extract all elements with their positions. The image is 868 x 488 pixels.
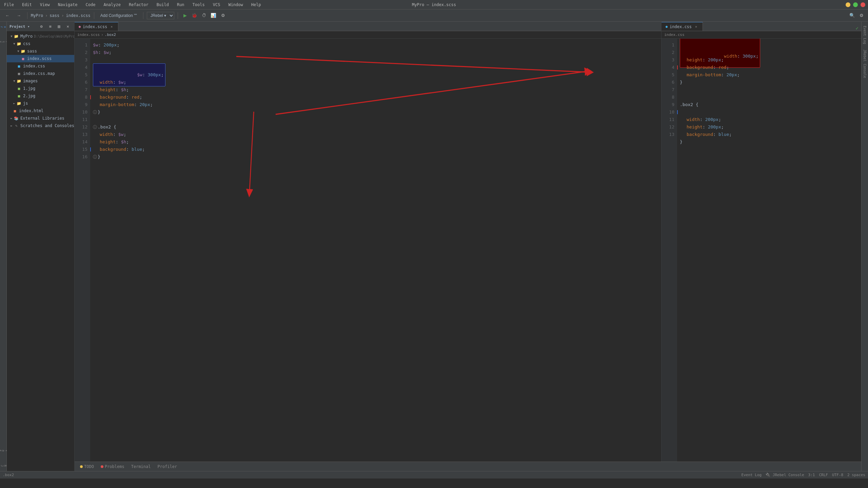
event-log-status[interactable]: Event Log xyxy=(742,473,762,477)
menu-help[interactable]: Help xyxy=(250,2,262,8)
right-tool-strip: Event Log JRebel Console xyxy=(861,22,868,471)
tree-item-indexcss[interactable]: ■ index.css xyxy=(7,62,74,70)
project-path: D:\Develop\Web\MyPro xyxy=(34,35,74,38)
tree-item-indexscss[interactable]: ■ index.scss xyxy=(7,55,74,62)
menu-file[interactable]: File xyxy=(3,2,15,8)
menu-refactor[interactable]: Refactor xyxy=(127,2,150,8)
back-button[interactable]: ← xyxy=(3,12,12,20)
css-code-lines[interactable]: .box1 { width: 300px; height: xyxy=(677,39,861,462)
menu-code[interactable]: Code xyxy=(84,2,97,8)
menu-build[interactable]: Build xyxy=(155,2,170,8)
problems-tab[interactable]: Problems xyxy=(98,463,127,470)
profile-button[interactable]: 📊 xyxy=(210,12,217,19)
minimize-button[interactable] xyxy=(846,2,850,7)
menu-vcs[interactable]: VCS xyxy=(212,2,222,8)
tree-label-scratches: Scratches and Consoles xyxy=(20,123,74,128)
menu-analyze[interactable]: Analyze xyxy=(102,2,122,8)
jrebel-select[interactable]: JRebel ▾ xyxy=(147,12,174,19)
menu-edit[interactable]: Edit xyxy=(21,2,33,8)
map-file-icon: ■ xyxy=(16,71,22,76)
code-line-10: ⓘ } xyxy=(93,108,661,116)
tree-item-indexhtml[interactable]: ■ index.html xyxy=(7,107,74,115)
line-ending[interactable]: CRLF xyxy=(819,473,828,477)
panel-gear-icon[interactable]: ⚙ xyxy=(38,23,45,30)
add-config-button[interactable]: Add Configuration "" xyxy=(98,12,140,20)
tree-item-extlib[interactable]: ► 📚 External Libraries xyxy=(7,115,74,122)
scss-code-lines[interactable]: $w: 200px; $h: $w; ⓘ .box1 { xyxy=(90,39,661,462)
problems-dot xyxy=(101,465,103,468)
css-line-12: height: 200px; xyxy=(680,123,861,131)
tree-item-css[interactable]: ▼ 📁 css xyxy=(7,40,74,47)
tree-item-indexmap[interactable]: ■ index.css.map xyxy=(7,70,74,77)
menu-bar[interactable]: File Edit View Navigate Code Analyze Ref… xyxy=(3,2,262,8)
structure-tab[interactable]: Str xyxy=(0,39,7,45)
coverage-button[interactable]: ⏱ xyxy=(200,12,208,19)
scss-tab[interactable]: ● index.scss ✕ xyxy=(75,22,118,31)
scss-file-icon: ■ xyxy=(20,56,26,61)
menu-navigate[interactable]: Navigate xyxy=(57,2,79,8)
profiler-tab[interactable]: Profiler xyxy=(155,463,180,470)
tree-label-extlib: External Libraries xyxy=(20,116,64,121)
panel-hide-icon[interactable]: ✕ xyxy=(64,23,72,30)
todo-tab[interactable]: TODO xyxy=(77,463,97,470)
css-line-10 xyxy=(680,108,861,116)
jrebel-console-item[interactable]: JRebel Console xyxy=(863,47,867,81)
window-title: MyPro – index.scss xyxy=(412,2,456,7)
event-log-item[interactable]: Event Log xyxy=(863,23,867,47)
indent[interactable]: 2 spaces xyxy=(847,473,865,477)
css-tab[interactable]: ● index.css ✕ xyxy=(662,22,703,31)
code-line-13: width: $w; xyxy=(93,131,661,138)
project-tab[interactable]: Proj xyxy=(0,24,7,30)
panel-settings-icon[interactable]: ▤ xyxy=(55,23,63,30)
encoding[interactable]: UTF-8 xyxy=(832,473,843,477)
code-line-15: background: blue; xyxy=(93,146,661,153)
run-button[interactable]: ▶ xyxy=(181,12,189,19)
css-line-14: } xyxy=(680,138,861,146)
favorites-tab[interactable]: Fav xyxy=(0,447,7,454)
panel-layout-icon[interactable]: ≡ xyxy=(46,23,54,30)
close-button[interactable] xyxy=(861,2,865,7)
code-line-2: $h: $w; xyxy=(93,49,661,56)
forward-button[interactable]: → xyxy=(14,12,24,20)
tree-item-js[interactable]: ► 📁 js xyxy=(7,100,74,107)
tree-item-scratches[interactable]: ► ✎ Scratches and Consoles xyxy=(7,122,74,129)
code-line-1: $w: 200px; xyxy=(93,41,661,49)
settings-button[interactable]: ⚙ xyxy=(219,12,227,19)
tree-item-1jpg[interactable]: ■ 1.jpg xyxy=(7,85,74,92)
jrebel-console-status[interactable]: 🔌 JRebel Console xyxy=(766,473,804,477)
search-button[interactable]: 🔍 xyxy=(848,12,856,19)
css-line-11: width: 200px; xyxy=(680,116,861,123)
menu-window[interactable]: Window xyxy=(227,2,244,8)
jrebel-tab[interactable]: JR xyxy=(0,462,7,469)
title-bar-left: File Edit View Navigate Code Analyze Ref… xyxy=(3,2,262,8)
html-file-icon: ■ xyxy=(12,108,18,114)
tree-label-indexmap: index.css.map xyxy=(23,71,55,76)
problems-label: Problems xyxy=(105,464,124,469)
css-tab-close[interactable]: ✕ xyxy=(694,24,698,29)
tree-item-2jpg[interactable]: ■ 2.jpg xyxy=(7,92,74,100)
code-line-8: background: red; xyxy=(93,94,661,101)
tree-label-2jpg: 2.jpg xyxy=(23,94,35,98)
tree-item-myproject[interactable]: ▼ 📁 MyPro D:\Develop\Web\MyPro xyxy=(7,33,74,40)
tree-item-images[interactable]: ▼ 📁 images xyxy=(7,77,74,85)
debug-button[interactable]: 🐞 xyxy=(191,12,198,19)
gear-icon[interactable]: ⚙ xyxy=(858,12,865,19)
terminal-tab[interactable]: Terminal xyxy=(129,463,154,470)
css-line-2: width: 300px; xyxy=(680,49,861,56)
css-marker-red xyxy=(677,65,678,69)
tree-item-sass[interactable]: ▼ 📁 sass xyxy=(7,47,74,55)
menu-tools[interactable]: Tools xyxy=(191,2,206,8)
separator-2 xyxy=(94,12,94,19)
css-line-3: height: 200px; xyxy=(680,56,861,64)
css-tab-icon: ● xyxy=(666,25,668,28)
file-breadcrumb: index.scss xyxy=(66,13,91,18)
maximize-button[interactable] xyxy=(853,2,858,7)
scss-tab-close[interactable]: ✕ xyxy=(109,24,114,29)
tree-label-js: js xyxy=(23,101,28,106)
code-line-16: ⓘ } xyxy=(93,153,661,161)
menu-run[interactable]: Run xyxy=(176,2,186,8)
menu-view[interactable]: View xyxy=(39,2,51,8)
editor-area: ● index.scss ✕ index.scss › .box2 1 2 xyxy=(75,22,861,471)
cursor-position: 3:1 xyxy=(808,473,815,477)
project-panel-title: Project ▾ xyxy=(9,24,30,29)
